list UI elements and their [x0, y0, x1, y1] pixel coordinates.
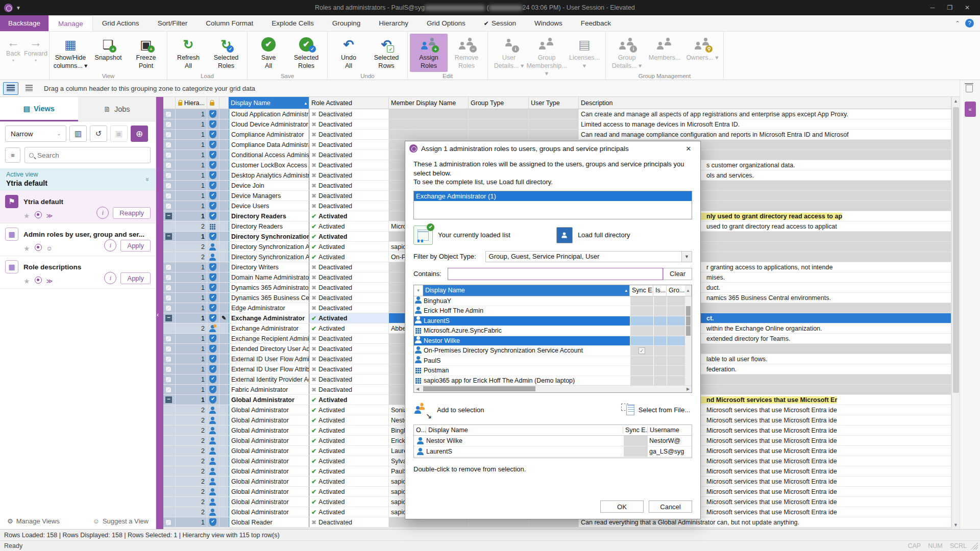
group-details-button[interactable]: iGroupDetails... ▾ [608, 34, 646, 72]
trash-icon[interactable] [966, 85, 974, 92]
edit-columns-button[interactable]: ▥ [69, 126, 87, 142]
directory-row[interactable]: BinghuaY [414, 296, 692, 307]
view-item[interactable]: ▦Role descriptions★≫iApply [0, 256, 156, 289]
source-full-directory-button[interactable]: Load full directory [556, 227, 630, 243]
info-button[interactable]: i [96, 207, 109, 219]
selection-row[interactable]: LaurentSga_LS@syg [414, 446, 692, 457]
dl-header-group[interactable]: Gro... [667, 285, 685, 296]
collapse-active-view-icon[interactable]: » [144, 178, 152, 181]
sl-header-sync[interactable]: Sync E... [623, 427, 648, 434]
header-group-type[interactable]: Group Type [469, 97, 529, 109]
owners-button[interactable]: ⚲Owners... ▾ [683, 34, 721, 64]
tab-grid-options[interactable]: Grid Options [418, 15, 475, 31]
directory-row[interactable]: PaulS [414, 356, 692, 366]
object-type-dropdown[interactable]: Group, Guest, Service Principal, User ▼ [485, 251, 692, 262]
undo-all-button[interactable]: ↶UndoAll [330, 34, 368, 72]
source-loaded-list-button[interactable]: ✔∎∎ Your currently loaded list [413, 226, 510, 245]
dl-header-display-name[interactable]: Display Name▴ [423, 285, 630, 296]
directory-row[interactable]: On-Premises Directory Synchronization Se… [414, 346, 692, 356]
back-button[interactable]: ←Back▾ [2, 34, 24, 65]
header-role-activated[interactable]: Role Activated [309, 97, 389, 109]
sl-header-o[interactable]: O... [414, 427, 426, 434]
scroll-left-icon[interactable]: ◀ [414, 387, 421, 391]
view-width-selector[interactable]: Narrow⌄ [5, 126, 66, 142]
table-row[interactable]: 1✔Cloud Application Administrator✖Deacti… [163, 109, 951, 119]
remove-roles-button[interactable]: −RemoveRoles [448, 34, 485, 72]
suggest-view-link[interactable]: ☺Suggest a View [93, 517, 149, 525]
role-item[interactable]: Exchange Administrator (1) [414, 191, 692, 201]
selection-row[interactable]: Nestor WilkeNestorW@ [414, 436, 692, 446]
scroll-up-icon[interactable]: ▲ [685, 285, 692, 296]
chevron-down-icon[interactable]: ▼ [681, 252, 692, 262]
tab-grouping[interactable]: Grouping [323, 15, 370, 31]
scroll-down-icon[interactable]: ▼ [952, 521, 960, 529]
save-view-button[interactable]: ▣ [110, 126, 128, 142]
directory-row[interactable]: Erick Hoff The Admin [414, 306, 692, 316]
manage-views-link[interactable]: ⚙Manage Views [7, 517, 60, 525]
minimize-button[interactable]: ─ [925, 2, 940, 13]
add-to-selection-button[interactable]: Add to selection [413, 403, 484, 418]
ok-button[interactable]: OK [600, 500, 644, 513]
view-item[interactable]: ⚑Ytria default★≫iReapply [0, 191, 156, 223]
clear-button[interactable]: Clear [663, 268, 692, 280]
info-button[interactable]: i [104, 272, 116, 284]
directory-row[interactable]: LaurentS [414, 316, 692, 327]
apply-button[interactable]: Apply [120, 272, 151, 284]
collapse-row-icon[interactable]: − [165, 396, 172, 403]
collapse-sidebar-icon[interactable]: ‹ [157, 311, 159, 318]
expand-right-panel-tab[interactable]: « [965, 102, 976, 117]
tab-hierarchy[interactable]: Hierarchy [370, 15, 418, 31]
filter-views-button[interactable]: ≡ [5, 147, 20, 163]
table-row[interactable]: 1✔Cloud Device Administrator✖Deactivated… [163, 119, 951, 130]
dialog-close-icon[interactable]: ✕ [681, 145, 696, 153]
freeze-point-button[interactable]: ▣＋FreezePoint [127, 34, 165, 72]
info-button[interactable]: i [104, 239, 116, 252]
directory-list-hscrollbar[interactable]: ◀ ▶ [414, 385, 692, 392]
tab-backstage[interactable]: Backstage [0, 15, 48, 31]
directory-row[interactable]: Postman [414, 366, 692, 376]
collapse-ribbon-icon[interactable]: ⌃ [955, 20, 960, 27]
grid-vertical-scrollbar[interactable]: ▲ ▼ [951, 97, 960, 529]
header-hierarchy[interactable]: Hiera... [176, 97, 207, 109]
user-details-button[interactable]: iUserDetails... ▾ [490, 34, 528, 72]
maximize-button[interactable]: ❐ [942, 2, 958, 13]
header-check[interactable] [163, 97, 176, 109]
sl-header-username[interactable]: Username [648, 427, 692, 434]
help-icon[interactable]: ? [965, 19, 974, 28]
undo-selected-rows-button[interactable]: ↶✓SelectedRows [368, 34, 405, 72]
view-item[interactable]: ▦Admin roles by user, group and ser...★☺… [0, 223, 156, 256]
forward-button[interactable]: →Forward▾ [24, 34, 47, 65]
header-description[interactable]: Description [579, 97, 951, 109]
refresh-all-button[interactable]: ↻RefreshAll [169, 34, 207, 72]
tab-views[interactable]: ▤Views [0, 97, 78, 121]
save-all-button[interactable]: ✔SaveAll [250, 34, 287, 72]
licenses-button[interactable]: ▤Licenses...▾ [566, 34, 603, 72]
close-button[interactable]: ✕ [960, 2, 975, 13]
show-hide-columns-button[interactable]: ▦Show/Hidecolumns... ▾ [52, 34, 89, 72]
assign-roles-button[interactable]: ＋AssignRoles [410, 34, 448, 72]
cancel-button[interactable]: Cancel [649, 500, 692, 513]
collapse-row-icon[interactable]: − [165, 315, 172, 321]
hscroll-thumb[interactable] [423, 386, 535, 391]
collapse-row-icon[interactable]: − [165, 213, 172, 219]
table-row[interactable]: 1✔Compliance Administrator✖DeactivatedCa… [163, 130, 951, 140]
header-user-type[interactable]: User Type [529, 97, 579, 109]
directory-row[interactable]: sapio365 app for Erick Hoff The Admin (D… [414, 376, 692, 386]
scrollbar-thumb[interactable] [953, 107, 959, 393]
group-membership-button[interactable]: GroupMembership... ▾ [528, 34, 566, 80]
roles-listbox[interactable]: Exchange Administrator (1) [413, 191, 692, 219]
header-member-display-name[interactable]: Member Display Name [389, 97, 469, 109]
header-lock-1[interactable] [207, 97, 219, 109]
sort-icon[interactable]: ▾ [414, 285, 423, 296]
search-input[interactable] [37, 152, 146, 159]
header-display-name[interactable]: Display Name▴ [229, 97, 309, 109]
contains-input[interactable] [448, 268, 663, 280]
tab-grid-actions[interactable]: Grid Actions [93, 15, 149, 31]
save-selected-roles-button[interactable]: ✔✓SelectedRoles [287, 34, 325, 72]
resize-grip[interactable] [971, 542, 978, 549]
tab-session[interactable]: ✔Session [475, 15, 525, 31]
tab-feedback[interactable]: Feedback [572, 15, 620, 31]
collapse-row-icon[interactable]: − [165, 233, 172, 240]
reapply-button[interactable]: Reapply [113, 207, 151, 219]
flat-view-toggle[interactable] [21, 82, 37, 95]
